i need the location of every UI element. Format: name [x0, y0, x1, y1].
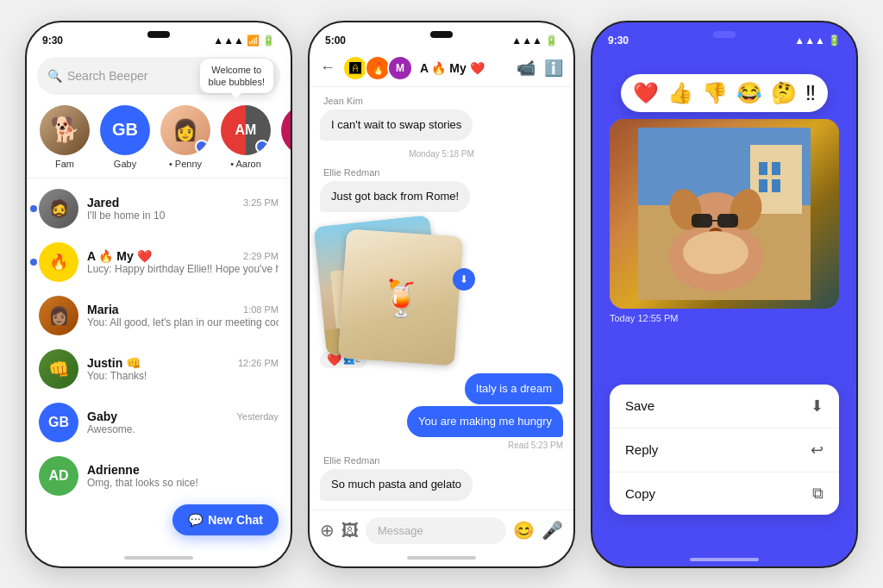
info-icon[interactable]: ℹ️: [544, 59, 563, 78]
chat-avatar-jared: 🧔: [39, 189, 78, 228]
chat-name-agroup: A 🔥 My ❤️: [87, 249, 152, 263]
msg-sender-ellie1: Ellie Redman: [320, 167, 379, 178]
save-icon: ⬇: [811, 397, 824, 416]
image-icon[interactable]: 🖼: [341, 521, 359, 541]
chat-avatar-gaby: GB: [39, 403, 78, 442]
msg-group-jean1: Jean Kim I can't wait to swap stories: [320, 96, 563, 141]
story-label-aaron: • Aaron: [230, 159, 261, 169]
chat-info-gaby: Gaby Yesterday Awesome.: [87, 410, 279, 435]
story-penny[interactable]: 👩 • Penny: [160, 105, 211, 169]
context-save[interactable]: Save ⬇: [610, 385, 839, 428]
notch-pill: [147, 31, 170, 38]
msg-sender-ellie2: Ellie Redman: [320, 455, 379, 466]
chat-item-gaby[interactable]: GB Gaby Yesterday Awesome.: [27, 396, 291, 449]
photo-card-front: 🍹: [338, 228, 463, 366]
emoji-thumbsdown[interactable]: 👎: [702, 81, 728, 105]
header-avatars: 🅰 🔥 M: [342, 55, 413, 81]
chat-item-justin[interactable]: 👊 Justin 👊 12:26 PM You: Thanks!: [27, 342, 291, 396]
chat-name-row-adrienne: Adrienne: [87, 463, 279, 477]
chat-item-agroup[interactable]: 🔥 A 🔥 My ❤️ 2:29 PM Lucy: Happy birthday…: [27, 235, 291, 289]
chat-name-row-gaby: Gaby Yesterday: [87, 410, 279, 423]
chat-info-adrienne: Adrienne Omg, that looks so nice!: [87, 463, 279, 489]
chat-avatar-adrienne: AD: [39, 456, 78, 496]
emoji-heart[interactable]: ❤️: [633, 81, 659, 105]
reply-icon: ↩: [811, 441, 824, 460]
context-copy-label: Copy: [625, 486, 655, 501]
svg-rect-6: [772, 179, 780, 192]
story-gaby[interactable]: GB Gaby: [99, 105, 151, 169]
message-input[interactable]: Message: [366, 517, 506, 544]
photo-cocktail-bg: 🍹: [338, 228, 463, 366]
msg-bubble-pasta: So much pasta and gelato: [320, 469, 473, 500]
context-save-label: Save: [625, 398, 654, 413]
story-tori[interactable]: TS Tori: [280, 105, 291, 169]
chat-preview-adrienne: Omg, that looks so nice!: [87, 477, 279, 489]
divider: [27, 178, 291, 178]
emoji-laugh[interactable]: 😂: [736, 81, 762, 105]
search-placeholder: Search Beeper: [67, 69, 211, 83]
chat-avatar-maria: 👩🏽: [39, 296, 78, 335]
header-action-icons: 📹 ℹ️: [517, 59, 563, 78]
phone-3-content: ❤️ 👍 👎 😂 🤔 ‼️: [592, 50, 856, 566]
phone-1-content: 🔍 Search Beeper ⚙️ 👤 Welcome to blue bub…: [27, 50, 291, 551]
add-icon[interactable]: ⊕: [320, 520, 335, 541]
phone-2: 5:00 ▲▲▲ 🔋 ← 🅰 🔥 M A 🔥 My ❤️ 📹 ℹ️: [308, 21, 575, 568]
timestamp-monday: Monday 5:18 PM: [320, 149, 563, 159]
msg-sender-jean: Jean Kim: [320, 96, 363, 106]
download-button[interactable]: ⬇: [453, 268, 475, 291]
story-fam[interactable]: 🐕 Fam: [39, 105, 91, 169]
chat-title-text: A 🔥 My ❤️: [420, 61, 485, 75]
phone-2-notch: [310, 22, 573, 38]
story-avatar-fam: 🐕: [40, 105, 90, 155]
svg-rect-11: [692, 214, 712, 228]
welcome-tooltip: Welcome to blue bubbles!: [200, 59, 273, 94]
chat-preview-jared: I'll be home in 10: [87, 210, 279, 222]
phone-1: 9:30 ▲▲▲ 📶 🔋 🔍 Search Beeper ⚙️ 👤 Welcom…: [25, 21, 292, 568]
chat-preview-justin: You: Thanks!: [87, 370, 279, 382]
messages-area: Jean Kim I can't wait to swap stories Mo…: [310, 87, 573, 510]
chat-list: 🧔 Jared 3:25 PM I'll be home in 10 🔥 A 🔥…: [27, 182, 291, 551]
story-avatar-penny: 👩: [160, 105, 210, 155]
msg-read-receipt: Read 5:23 PM: [508, 441, 563, 450]
new-chat-button[interactable]: 💬 New Chat: [172, 504, 279, 535]
chat-name-gaby: Gaby: [87, 410, 117, 423]
chat-item-maria[interactable]: 👩🏽 Maria 1:08 PM You: All good, let's pl…: [27, 289, 291, 342]
svg-point-15: [683, 231, 748, 274]
story-avatar-tori: TS: [281, 105, 291, 155]
svg-rect-4: [772, 162, 780, 175]
svg-rect-3: [759, 162, 767, 175]
context-copy[interactable]: Copy ⧉: [610, 472, 839, 515]
story-label-gaby: Gaby: [114, 159, 136, 169]
chat-name-jared: Jared: [87, 196, 119, 210]
story-aaron[interactable]: AM • Aaron: [220, 105, 272, 169]
story-label-fam: Fam: [55, 159, 74, 169]
phone-3: 9:30 ▲▲▲ 🔋 ❤️ 👍 👎 😂 🤔 ‼️: [591, 21, 858, 568]
chat-item-jared[interactable]: 🧔 Jared 3:25 PM I'll be home in 10: [27, 182, 291, 235]
chat-item-adrienne[interactable]: AD Adrienne Omg, that looks so nice!: [27, 449, 291, 503]
emoji-thinking[interactable]: 🤔: [771, 81, 797, 105]
back-button[interactable]: ←: [320, 59, 335, 77]
context-reply[interactable]: Reply ↩: [610, 428, 839, 472]
mic-icon[interactable]: 🎤: [542, 520, 563, 541]
chat-time-justin: 12:26 PM: [238, 358, 279, 368]
msg-bubble-1: I can't wait to swap stories: [320, 109, 473, 141]
emoji-exclaim[interactable]: ‼️: [805, 81, 816, 105]
photo-timestamp: Today 12:55 PM: [610, 313, 679, 323]
context-reply-label: Reply: [625, 442, 658, 457]
dog-svg: [638, 128, 811, 300]
copy-icon: ⧉: [812, 485, 824, 503]
emoji-icon[interactable]: 😊: [513, 520, 535, 541]
chat-header: ← 🅰 🔥 M A 🔥 My ❤️ 📹 ℹ️: [310, 50, 573, 87]
emoji-reactions-bar[interactable]: ❤️ 👍 👎 😂 🤔 ‼️: [621, 74, 828, 112]
chat-time-jared: 3:25 PM: [243, 197, 279, 208]
chat-info-maria: Maria 1:08 PM You: All good, let's plan …: [87, 303, 279, 328]
video-icon[interactable]: 📹: [517, 59, 535, 78]
message-placeholder: Message: [378, 524, 423, 537]
chat-name-row-jared: Jared 3:25 PM: [87, 196, 279, 210]
chat-name-row-maria: Maria 1:08 PM: [87, 303, 279, 316]
chat-name-adrienne: Adrienne: [87, 463, 140, 477]
chat-name-row-justin: Justin 👊 12:26 PM: [87, 356, 279, 370]
emoji-thumbsup[interactable]: 👍: [667, 81, 693, 105]
chat-preview-agroup: Lucy: Happy birthday Ellie!! Hope you've…: [87, 263, 279, 275]
chat-time-agroup: 2:29 PM: [243, 251, 279, 261]
